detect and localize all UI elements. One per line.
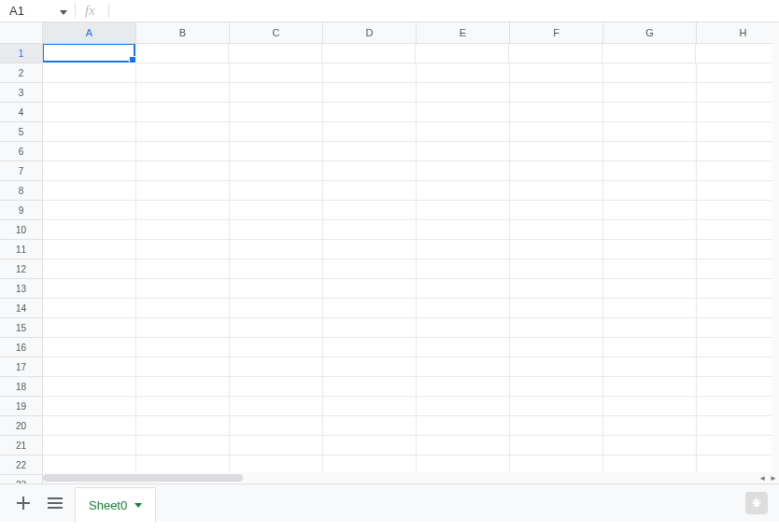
cell-A14[interactable] <box>43 299 136 318</box>
row-header-7[interactable]: 7 <box>0 161 42 181</box>
cell-G10[interactable] <box>603 220 697 240</box>
row-header-4[interactable]: 4 <box>0 103 42 122</box>
cell-F2[interactable] <box>510 63 603 83</box>
cell-D16[interactable] <box>323 338 417 357</box>
row-header-15[interactable]: 15 <box>0 318 42 338</box>
cell-E17[interactable] <box>417 357 510 377</box>
row-header-8[interactable]: 8 <box>0 181 42 201</box>
cell-E11[interactable] <box>417 240 510 259</box>
cell-F9[interactable] <box>510 201 603 220</box>
cell-F13[interactable] <box>510 279 603 299</box>
cell-A13[interactable] <box>43 279 136 299</box>
cell-B1[interactable] <box>135 44 229 63</box>
column-header-G[interactable]: G <box>603 22 697 43</box>
row-header-22[interactable]: 22 <box>0 455 42 475</box>
cell-C3[interactable] <box>230 83 323 103</box>
cell-G5[interactable] <box>603 122 697 142</box>
cell-E9[interactable] <box>417 201 510 220</box>
column-header-B[interactable]: B <box>136 22 230 43</box>
cell-A3[interactable] <box>43 83 136 103</box>
cell-C17[interactable] <box>230 357 323 377</box>
cell-A6[interactable] <box>43 142 136 161</box>
cell-C21[interactable] <box>230 436 323 455</box>
row-header-10[interactable]: 10 <box>0 220 42 240</box>
row-header-18[interactable]: 18 <box>0 377 42 397</box>
cell-A4[interactable] <box>43 103 136 122</box>
cell-B16[interactable] <box>136 338 230 357</box>
cell-E14[interactable] <box>417 299 510 318</box>
cell-A12[interactable] <box>43 259 136 279</box>
row-header-13[interactable]: 13 <box>0 279 42 299</box>
cell-D3[interactable] <box>323 83 417 103</box>
formula-input[interactable] <box>109 0 779 21</box>
cell-A8[interactable] <box>43 181 136 201</box>
cell-B14[interactable] <box>136 299 230 318</box>
cell-F7[interactable] <box>510 161 603 181</box>
explore-button[interactable] <box>745 492 768 514</box>
cell-G14[interactable] <box>603 299 697 318</box>
cell-D8[interactable] <box>323 181 417 201</box>
cell-E1[interactable] <box>416 44 509 63</box>
row-header-19[interactable]: 19 <box>0 397 42 416</box>
cell-G13[interactable] <box>603 279 697 299</box>
horizontal-scrollbar-track[interactable] <box>43 473 753 483</box>
cell-H2[interactable] <box>697 63 779 83</box>
cell-B2[interactable] <box>136 63 230 83</box>
cell-G4[interactable] <box>603 103 697 122</box>
cell-C6[interactable] <box>230 142 323 161</box>
cell-E10[interactable] <box>417 220 510 240</box>
select-all-corner[interactable] <box>0 22 43 44</box>
cell-C20[interactable] <box>230 416 323 436</box>
row-header-3[interactable]: 3 <box>0 83 42 103</box>
cell-H17[interactable] <box>697 357 779 377</box>
cell-H21[interactable] <box>697 436 779 455</box>
cell-G6[interactable] <box>603 142 697 161</box>
cell-A21[interactable] <box>43 436 136 455</box>
cell-D12[interactable] <box>323 259 417 279</box>
cell-B11[interactable] <box>136 240 230 259</box>
cell-B12[interactable] <box>136 259 230 279</box>
horizontal-scrollbar-thumb[interactable] <box>43 474 243 482</box>
cell-E20[interactable] <box>417 416 510 436</box>
cell-H4[interactable] <box>697 103 779 122</box>
cell-H7[interactable] <box>697 161 779 181</box>
cell-D11[interactable] <box>323 240 417 259</box>
cell-C11[interactable] <box>230 240 323 259</box>
cell-E6[interactable] <box>417 142 510 161</box>
cell-C5[interactable] <box>230 122 323 142</box>
vertical-scrollbar[interactable] <box>772 22 779 472</box>
cell-F19[interactable] <box>510 397 603 416</box>
cell-G16[interactable] <box>603 338 697 357</box>
row-header-16[interactable]: 16 <box>0 338 42 357</box>
cell-C8[interactable] <box>230 181 323 201</box>
cell-C1[interactable] <box>229 44 322 63</box>
column-header-A[interactable]: A <box>43 22 136 43</box>
cell-B18[interactable] <box>136 377 230 397</box>
cell-F17[interactable] <box>510 357 603 377</box>
cell-H3[interactable] <box>697 83 779 103</box>
cell-D13[interactable] <box>323 279 417 299</box>
cell-E19[interactable] <box>417 397 510 416</box>
cell-A20[interactable] <box>43 416 136 436</box>
cell-F14[interactable] <box>510 299 603 318</box>
cell-H8[interactable] <box>697 181 779 201</box>
cell-D21[interactable] <box>323 436 417 455</box>
cell-H1[interactable] <box>696 44 779 63</box>
scroll-right-icon[interactable]: ► <box>770 474 777 483</box>
row-header-5[interactable]: 5 <box>0 122 42 142</box>
row-header-20[interactable]: 20 <box>0 416 42 436</box>
cell-A16[interactable] <box>43 338 136 357</box>
cell-A7[interactable] <box>43 161 136 181</box>
cell-H18[interactable] <box>697 377 779 397</box>
cell-D10[interactable] <box>323 220 417 240</box>
cell-C2[interactable] <box>230 63 323 83</box>
row-header-9[interactable]: 9 <box>0 201 42 220</box>
row-header-6[interactable]: 6 <box>0 142 42 161</box>
cell-F3[interactable] <box>510 83 603 103</box>
cell-E15[interactable] <box>417 318 510 338</box>
cell-F10[interactable] <box>510 220 603 240</box>
cells-grid[interactable] <box>43 44 772 472</box>
cell-B10[interactable] <box>136 220 230 240</box>
cell-B9[interactable] <box>136 201 230 220</box>
cell-B6[interactable] <box>136 142 230 161</box>
